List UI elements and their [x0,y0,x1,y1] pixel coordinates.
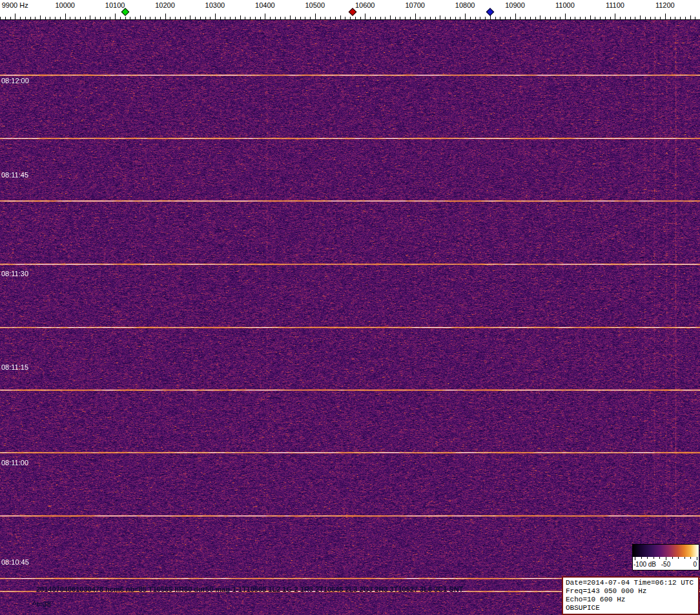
ruler-tick [195,17,196,19]
ruler-tick [405,17,406,19]
ruler-tick [520,17,520,19]
ruler-tick [170,17,170,19]
ruler-tick [425,17,426,19]
colorbar-tick [635,557,635,560]
ruler-tick [335,17,336,19]
spectrogram-app: 9900 Hz100001010010200103001040010500106… [0,0,700,615]
ruler-tick [165,14,166,19]
ruler-tick [320,17,321,19]
ruler-tick [110,17,110,19]
ruler-tick [90,15,90,19]
ruler-tick [315,14,316,19]
info-frequency: Freq=143 050 000 Hz [566,587,695,596]
ruler-tick [295,17,296,19]
ruler-tick [145,17,146,19]
frequency-marker-red[interactable] [349,8,357,16]
ruler-frequency-label: 10800 [455,1,475,9]
ruler-tick [350,17,351,19]
ruler-tick [55,17,56,19]
colorbar-tick [659,557,660,559]
ruler-tick [180,17,181,19]
ruler-tick [430,17,431,19]
ruler-tick [485,17,486,19]
ruler-tick [205,17,206,19]
ruler-tick [450,17,451,19]
ruler-frequency-label: 11000 [555,1,575,9]
ruler-tick [585,17,586,19]
ruler-tick [390,15,391,19]
ruler-tick [275,17,276,19]
ruler-tick [210,17,211,19]
ruler-tick [530,17,531,19]
ruler-tick [305,17,305,19]
ruler-tick [140,15,141,19]
ruler-tick [330,17,331,19]
time-label: 08:11:30 [1,270,28,277]
time-label: 08:11:00 [1,459,28,467]
ruler-tick [190,15,190,19]
ruler-frequency-label: 10000 [55,1,75,9]
ruler-tick [555,17,556,19]
detection-annotation: 20140704061030478 hcm6 nb=85 T10565 hR50… [36,585,463,593]
ruler-tick [300,17,301,19]
ruler-tick [375,17,376,19]
colorbar-tick [697,557,697,560]
colorbar-gradient[interactable] [633,545,699,557]
ruler-tick [15,14,15,19]
colorbar-tick [690,557,691,559]
ruler-frequency-label: 10300 [205,1,225,9]
ruler-tick [675,17,675,19]
ruler-tick [525,17,526,19]
ruler-frequency-label: 10900 [505,1,525,9]
ruler-tick [130,17,130,19]
ruler-tick [345,17,345,19]
ruler-tick [535,17,536,19]
ruler-tick [10,17,11,19]
ruler-tick [260,17,261,19]
ruler-tick [460,17,460,19]
ruler-tick [235,17,236,19]
ruler-tick [435,17,436,19]
ruler-tick [35,17,36,19]
ruler-frequency-label: 10600 [355,1,375,9]
colorbar-tick [647,557,648,559]
ruler-tick [355,17,356,19]
detection-annotation-sub: ^t=38 [32,600,51,608]
ruler-tick [505,17,506,19]
ruler-frequency-label: 10700 [405,1,425,9]
ruler-tick [0,17,1,19]
ruler-tick [115,14,116,19]
spectrogram-canvas[interactable] [0,20,700,615]
ruler-tick [445,17,446,19]
ruler-tick [600,17,601,19]
ruler-tick [155,17,156,19]
colorbar-tick [685,557,685,559]
ruler-tick [610,17,611,19]
ruler-tick [655,17,655,19]
colorbar-tick [672,557,673,559]
colorbar-tick [678,557,679,559]
ruler-tick [515,14,516,19]
ruler-frequency-label: 9900 Hz [2,1,28,9]
ruler-tick [510,17,511,19]
ruler-tick [75,17,76,19]
ruler-tick [225,17,225,19]
ruler-tick [625,17,626,19]
ruler-frequency-label: 11200 [655,1,675,9]
ruler-tick [420,17,420,19]
frequency-ruler[interactable]: 9900 Hz100001010010200103001040010500106… [0,0,700,20]
ruler-tick [340,15,341,19]
ruler-tick [650,17,651,19]
frequency-marker-green[interactable] [121,8,129,16]
ruler-tick [595,17,595,19]
ruler-tick [365,14,365,19]
ruler-tick [5,17,6,19]
ruler-tick [580,17,581,19]
ruler-tick [245,17,245,19]
info-date-time: Date=2014-07-04 Time=06:12 UTC [566,579,695,587]
colorbar-scale: -100 dB -50 0 [633,557,699,570]
ruler-tick [500,17,500,19]
ruler-tick [645,17,646,19]
ruler-tick [575,17,575,19]
frequency-marker-blue[interactable] [486,8,494,16]
